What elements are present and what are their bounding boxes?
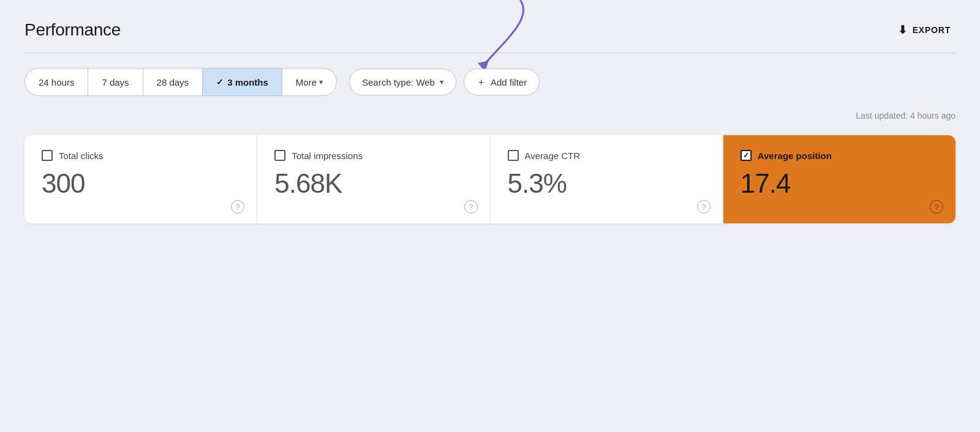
search-type-button[interactable]: Search type: Web ▾ — [349, 69, 456, 95]
filter-more[interactable]: More ▾ — [282, 69, 336, 95]
metric-card-header-position: Average position — [741, 150, 938, 161]
page: Performance ⬇ EXPORT 24 hours — [0, 0, 980, 432]
metric-checkbox-ctr[interactable] — [508, 150, 519, 161]
metric-card-header-clicks: Total clicks — [42, 150, 239, 161]
metric-checkbox-position[interactable] — [741, 150, 752, 161]
metric-value-position: 17.4 — [741, 168, 938, 199]
add-filter-label: Add filter — [491, 77, 527, 88]
filter-24h[interactable]: 24 hours — [25, 69, 88, 95]
metric-value-clicks: 300 — [42, 168, 239, 199]
metric-card-total-impressions: Total impressions 5.68K ? — [257, 135, 490, 223]
metric-label-ctr: Average CTR — [525, 151, 581, 161]
help-icon-ctr[interactable]: ? — [697, 200, 710, 214]
last-updated-row: Last updated: 4 hours ago — [24, 111, 956, 121]
header: Performance ⬇ EXPORT — [24, 20, 956, 40]
metric-label-position: Average position — [758, 151, 832, 161]
page-title: Performance — [24, 20, 121, 40]
metric-card-average-ctr: Average CTR 5.3% ? — [491, 135, 723, 223]
filter-24h-label: 24 hours — [39, 77, 74, 88]
filter-28days[interactable]: 28 days — [143, 69, 203, 95]
filter-section: 24 hours 7 days 28 days ✓ 3 months More … — [24, 68, 956, 96]
metric-checkbox-impressions[interactable] — [274, 150, 285, 161]
metric-label-clicks: Total clicks — [59, 151, 104, 161]
add-filter-button[interactable]: ＋ Add filter — [464, 69, 540, 95]
metric-value-impressions: 5.68K — [274, 168, 472, 199]
last-updated-text: Last updated: 4 hours ago — [856, 111, 956, 121]
metric-value-ctr: 5.3% — [508, 168, 706, 199]
metric-card-total-clicks: Total clicks 300 ? — [24, 135, 257, 223]
export-button[interactable]: ⬇ EXPORT — [893, 20, 956, 40]
metric-label-impressions: Total impressions — [292, 151, 363, 161]
export-icon: ⬇ — [898, 23, 908, 37]
metric-card-average-position: Average position 17.4 ? — [723, 135, 956, 223]
metric-cards: Total clicks 300 ? Total impressions 5.6… — [24, 135, 956, 223]
more-dropdown-arrow: ▾ — [319, 78, 323, 86]
time-filters: 24 hours 7 days 28 days ✓ 3 months More … — [24, 68, 337, 96]
filter-7days[interactable]: 7 days — [88, 69, 143, 95]
search-type-label: Search type: Web — [362, 77, 435, 88]
filter-3months[interactable]: ✓ 3 months — [203, 69, 282, 95]
help-icon-impressions[interactable]: ? — [464, 200, 478, 214]
header-divider — [24, 53, 956, 53]
export-label: EXPORT — [913, 25, 951, 35]
filter-3months-label: 3 months — [227, 77, 268, 88]
metric-checkbox-clicks[interactable] — [42, 150, 53, 161]
help-icon-clicks[interactable]: ? — [231, 200, 244, 214]
filter-7days-label: 7 days — [102, 77, 129, 88]
filter-28days-label: 28 days — [157, 77, 189, 88]
metric-card-header-impressions: Total impressions — [274, 150, 472, 161]
add-filter-plus: ＋ — [477, 76, 486, 88]
metric-card-header-ctr: Average CTR — [508, 150, 706, 161]
filter-bar: 24 hours 7 days 28 days ✓ 3 months More … — [24, 68, 956, 96]
help-icon-position[interactable]: ? — [930, 200, 943, 214]
search-type-arrow: ▾ — [440, 78, 443, 86]
filter-more-label: More — [296, 77, 317, 88]
check-icon: ✓ — [216, 77, 224, 87]
right-filters: Search type: Web ▾ ＋ Add filter — [349, 69, 540, 95]
